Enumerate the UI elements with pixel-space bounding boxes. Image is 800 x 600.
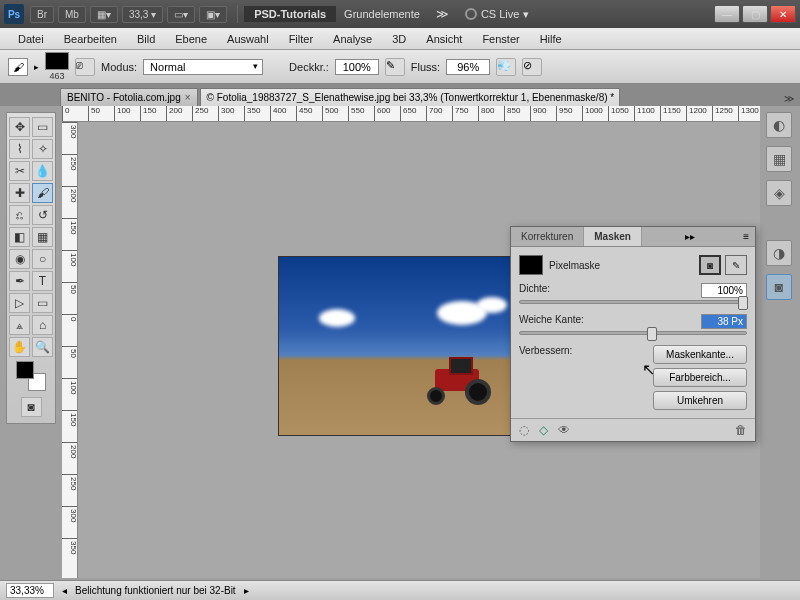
eyedropper-tool[interactable]: 💧	[32, 161, 53, 181]
dodge-tool[interactable]: ○	[32, 249, 53, 269]
menu-fenster[interactable]: Fenster	[472, 30, 529, 48]
menu-ebene[interactable]: Ebene	[165, 30, 217, 48]
vector-mask-button[interactable]: ✎	[725, 255, 747, 275]
shape-tool[interactable]: ▭	[32, 293, 53, 313]
brush-preview-swatch[interactable]	[45, 52, 69, 70]
document-tab-2[interactable]: © Fotolia_19883727_S_Elenathewise.jpg be…	[200, 88, 620, 106]
document-tab-2-label: © Fotolia_19883727_S_Elenathewise.jpg be…	[207, 92, 615, 103]
adjustments-panel-icon[interactable]: ◑	[766, 240, 792, 266]
status-arrow-left-icon[interactable]: ◂	[62, 585, 67, 596]
cs-live-icon	[465, 8, 477, 20]
lasso-tool[interactable]: ⌇	[9, 139, 30, 159]
move-tool[interactable]: ✥	[9, 117, 30, 137]
menu-auswahl[interactable]: Auswahl	[217, 30, 279, 48]
zoom-percent-input[interactable]	[6, 583, 54, 598]
hand-tool[interactable]: ✋	[9, 337, 30, 357]
menu-datei[interactable]: Datei	[8, 30, 54, 48]
clone-stamp-tool[interactable]: ⎌	[9, 205, 30, 225]
photoshop-logo-icon: Ps	[4, 4, 24, 24]
minibridge-icon[interactable]: Mb	[58, 6, 86, 23]
weiche-kante-label: Weiche Kante:	[519, 314, 584, 329]
umkehren-button[interactable]: Umkehren	[653, 391, 747, 410]
3d-camera-tool[interactable]: ⌂	[32, 315, 53, 335]
masks-panel: Korrekturen Masken ▸▸ ≡ Pixelmaske ◙ ✎ D…	[510, 226, 756, 442]
farbbereich-button[interactable]: Farbbereich...	[653, 368, 747, 387]
brush-tool-icon[interactable]: 🖌	[8, 58, 28, 76]
apply-mask-icon[interactable]: ◇	[539, 423, 548, 437]
dichte-slider[interactable]	[519, 300, 747, 304]
zoom-tool[interactable]: 🔍	[32, 337, 53, 357]
menu-analyse[interactable]: Analyse	[323, 30, 382, 48]
view-extras-icon[interactable]: ▭▾	[167, 6, 195, 23]
status-arrow-right-icon[interactable]: ▸	[244, 585, 249, 596]
blur-tool[interactable]: ◉	[9, 249, 30, 269]
cs-live-button[interactable]: CS Live ▾	[465, 8, 530, 21]
crop-tool[interactable]: ✂	[9, 161, 30, 181]
eraser-tool[interactable]: ◧	[9, 227, 30, 247]
status-bar: ◂ Belichtung funktioniert nur bei 32-Bit…	[0, 580, 800, 600]
close-button[interactable]: ✕	[770, 5, 796, 23]
swatches-panel-icon[interactable]: ▦	[766, 146, 792, 172]
tab-close-icon[interactable]: ×	[185, 92, 191, 103]
magic-wand-tool[interactable]: ✧	[32, 139, 53, 159]
maximize-button[interactable]: ▢	[742, 5, 768, 23]
maskenkante-button[interactable]: Maskenkante...	[653, 345, 747, 364]
mask-thumbnail[interactable]	[519, 255, 543, 275]
minimize-button[interactable]: —	[714, 5, 740, 23]
weiche-kante-slider[interactable]	[519, 331, 747, 335]
arrange-icon[interactable]: ▦▾	[90, 6, 118, 23]
panel-collapse-icon[interactable]: ▸▸	[679, 227, 701, 246]
flow-input[interactable]	[446, 59, 490, 75]
pen-tool[interactable]: ✒	[9, 271, 30, 291]
type-tool[interactable]: T	[32, 271, 53, 291]
tablet-pressure-icon[interactable]: ⊘	[522, 58, 542, 76]
menu-bild[interactable]: Bild	[127, 30, 165, 48]
foreground-background-swatch[interactable]	[16, 361, 46, 391]
styles-panel-icon[interactable]: ◈	[766, 180, 792, 206]
blend-mode-dropdown[interactable]: Normal	[143, 59, 263, 75]
ruler-horizontal[interactable]: 0501001502002503003504004505005506006507…	[62, 106, 760, 122]
brush-panel-toggle-icon[interactable]: ⎚	[75, 58, 95, 76]
document-tab-1[interactable]: BENITO - Fotolia.com.jpg ×	[60, 88, 198, 106]
airbrush-icon[interactable]: 💨	[496, 58, 516, 76]
delete-mask-icon[interactable]: 🗑	[735, 423, 747, 437]
quick-mask-icon[interactable]: ◙	[21, 397, 42, 417]
marquee-tool[interactable]: ▭	[32, 117, 53, 137]
tab-korrekturen[interactable]: Korrekturen	[511, 227, 584, 246]
menu-bearbeiten[interactable]: Bearbeiten	[54, 30, 127, 48]
image-content	[278, 256, 518, 436]
load-selection-icon[interactable]: ◌	[519, 423, 529, 437]
opacity-input[interactable]	[335, 59, 379, 75]
flow-label: Fluss:	[411, 61, 440, 73]
tool-options-bar: 🖌 ▸ 463 ⎚ Modus: Normal Deckkr.: ✎ Fluss…	[0, 50, 800, 84]
tab-masken[interactable]: Masken	[584, 227, 642, 246]
pixel-mask-button[interactable]: ◙	[699, 255, 721, 275]
3d-tool[interactable]: ⟁	[9, 315, 30, 335]
bridge-icon[interactable]: Br	[30, 6, 54, 23]
panel-menu-icon[interactable]: ≡	[737, 227, 755, 246]
healing-brush-tool[interactable]: ✚	[9, 183, 30, 203]
menu-hilfe[interactable]: Hilfe	[530, 30, 572, 48]
menu-ansicht[interactable]: Ansicht	[416, 30, 472, 48]
tab-overflow-icon[interactable]: ≫	[778, 91, 800, 106]
screen-mode-icon[interactable]: ▣▾	[199, 6, 227, 23]
ruler-vertical[interactable]: 30025020015010050050100150200250300350	[62, 122, 78, 578]
status-message: Belichtung funktioniert nur bei 32-Bit	[75, 585, 236, 596]
color-panel-icon[interactable]: ◐	[766, 112, 792, 138]
tab-close-icon[interactable]: ×	[618, 92, 619, 103]
workspace-more-icon[interactable]: ≫	[436, 7, 449, 21]
workspace-psd-tutorials[interactable]: PSD-Tutorials	[244, 6, 336, 22]
disable-mask-icon[interactable]: 👁	[558, 423, 570, 437]
menu-filter[interactable]: Filter	[279, 30, 323, 48]
brush-preset-chevron-icon[interactable]: ▸	[34, 62, 39, 72]
path-selection-tool[interactable]: ▷	[9, 293, 30, 313]
masks-panel-icon[interactable]: ◙	[766, 274, 792, 300]
opacity-pressure-icon[interactable]: ✎	[385, 58, 405, 76]
weiche-kante-input[interactable]	[701, 314, 747, 329]
zoom-level-dropdown[interactable]: 33,3 ▾	[122, 6, 163, 23]
history-brush-tool[interactable]: ↺	[32, 205, 53, 225]
brush-tool[interactable]: 🖌	[32, 183, 53, 203]
workspace-grundelemente[interactable]: Grundelemente	[336, 6, 428, 22]
menu-3d[interactable]: 3D	[382, 30, 416, 48]
gradient-tool[interactable]: ▦	[32, 227, 53, 247]
